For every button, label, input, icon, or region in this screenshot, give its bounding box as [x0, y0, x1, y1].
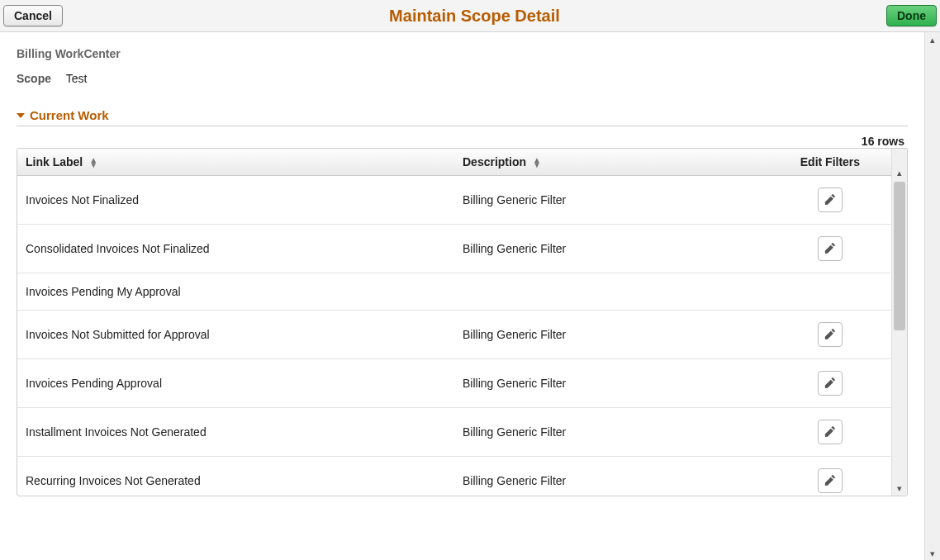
pencil-icon — [824, 377, 836, 391]
grid-wrapper: Link Label ▲▼ Description ▲▼ Edit Filter… — [17, 148, 908, 496]
workcenter-title: Billing WorkCenter — [17, 47, 908, 60]
cell-description: Billing Generic Filter — [454, 408, 769, 457]
table-row: Invoices Not FinalizedBilling Generic Fi… — [17, 176, 891, 225]
scope-label: Scope — [17, 72, 51, 85]
cell-edit-filters — [769, 457, 891, 496]
table-row: Invoices Not Submitted for ApprovalBilli… — [17, 311, 891, 359]
row-count: 16 rows — [17, 135, 908, 148]
cell-link-label: Installment Invoices Not Generated — [17, 408, 454, 457]
cell-description: Billing Generic Filter — [454, 225, 769, 273]
grid-scrollbar[interactable]: ▴ ▾ — [891, 149, 907, 496]
col-header-description-text: Description — [463, 155, 526, 168]
col-header-description[interactable]: Description ▲▼ — [454, 149, 769, 176]
modal-header: Cancel Maintain Scope Detail Done — [0, 0, 940, 32]
table-row: Invoices Pending My Approval — [17, 273, 891, 311]
scope-row: Scope Test — [17, 72, 908, 85]
cancel-button[interactable]: Cancel — [3, 5, 63, 26]
col-header-edit-filters-text: Edit Filters — [800, 155, 860, 168]
page-scrollbar[interactable]: ▴ ▾ — [924, 32, 940, 560]
page-title: Maintain Scope Detail — [63, 7, 886, 26]
edit-filters-button[interactable] — [818, 322, 843, 347]
pencil-icon — [824, 425, 836, 439]
cell-edit-filters — [769, 176, 891, 225]
edit-filters-button[interactable] — [818, 187, 843, 212]
scroll-down-icon[interactable]: ▾ — [892, 481, 907, 496]
section-title: Current Work — [30, 108, 109, 122]
scope-value: Test — [66, 72, 88, 85]
cell-link-label: Invoices Not Finalized — [17, 176, 454, 225]
scroll-up-icon[interactable]: ▴ — [892, 165, 907, 180]
scroll-up-icon[interactable]: ▴ — [925, 32, 940, 47]
cell-link-label: Invoices Pending Approval — [17, 359, 454, 408]
cell-edit-filters — [769, 311, 891, 359]
table-row: Installment Invoices Not GeneratedBillin… — [17, 408, 891, 457]
col-header-link-label-text: Link Label — [26, 155, 83, 168]
edit-filters-button[interactable] — [818, 371, 843, 396]
sort-icon: ▲▼ — [89, 158, 97, 168]
cell-description: Billing Generic Filter — [454, 176, 769, 225]
table-row: Consolidated Invoices Not FinalizedBilli… — [17, 225, 891, 273]
edit-filters-button[interactable] — [818, 468, 843, 493]
cell-edit-filters — [769, 408, 891, 457]
cell-edit-filters — [769, 225, 891, 273]
pencil-icon — [824, 193, 836, 207]
cell-description: Billing Generic Filter — [454, 457, 769, 496]
pencil-icon — [824, 242, 836, 256]
cell-link-label: Consolidated Invoices Not Finalized — [17, 225, 454, 273]
content-area: Billing WorkCenter Scope Test Current Wo… — [0, 32, 924, 560]
edit-filters-button[interactable] — [818, 236, 843, 261]
pencil-icon — [824, 474, 836, 488]
pencil-icon — [824, 328, 836, 342]
scroll-down-icon[interactable]: ▾ — [925, 546, 940, 560]
scroll-thumb[interactable] — [894, 182, 905, 330]
cell-link-label: Invoices Pending My Approval — [17, 273, 454, 311]
cell-link-label: Invoices Not Submitted for Approval — [17, 311, 454, 359]
done-button[interactable]: Done — [886, 5, 937, 26]
sort-icon: ▲▼ — [533, 158, 541, 168]
section-current-work-header[interactable]: Current Work — [17, 108, 908, 126]
table-row: Recurring Invoices Not GeneratedBilling … — [17, 457, 891, 496]
current-work-grid: Link Label ▲▼ Description ▲▼ Edit Filter… — [17, 149, 891, 496]
cell-description: Billing Generic Filter — [454, 311, 769, 359]
col-header-edit-filters: Edit Filters — [769, 149, 891, 176]
caret-down-icon — [17, 113, 25, 118]
cell-description — [454, 273, 769, 311]
cell-link-label: Recurring Invoices Not Generated — [17, 457, 454, 496]
col-header-link-label[interactable]: Link Label ▲▼ — [17, 149, 454, 176]
cell-edit-filters — [769, 359, 891, 408]
cell-edit-filters — [769, 273, 891, 311]
edit-filters-button[interactable] — [818, 420, 843, 444]
table-row: Invoices Pending ApprovalBilling Generic… — [17, 359, 891, 408]
cell-description: Billing Generic Filter — [454, 359, 769, 408]
